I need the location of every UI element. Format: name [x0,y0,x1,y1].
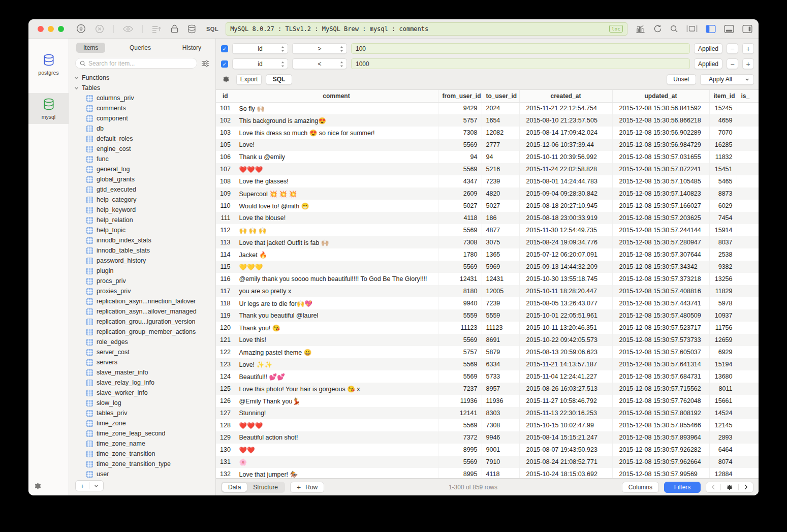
cell-updated-at[interactable]: 2015-12-08 15:30:57.166027 [612,200,709,212]
cell-comment[interactable]: Beautiful action shot! [235,431,438,444]
tree-group-tables[interactable]: Tables [74,83,215,93]
cell-item-id[interactable]: 11756 [709,322,737,334]
cell-id[interactable]: 119 [216,309,235,322]
table-row[interactable]: 130 ❤️❤️ 8995 9001 2015-08-07 19:43:50.9… [216,444,759,456]
cell-is[interactable] [737,285,759,297]
cell-from-user-id[interactable]: 11123 [438,322,482,334]
sidebar-table-item[interactable]: help_relation [74,215,215,225]
cell-created-at[interactable]: 2015-09-04 09:28:30.842 [519,187,612,200]
cell-id[interactable]: 109 [216,187,235,200]
cell-id[interactable]: 115 [216,261,235,273]
cell-created-at[interactable]: 2015-08-10 21:23:57.505 [519,114,612,127]
sidebar-table-item[interactable]: innodb_index_stats [74,235,215,245]
cell-item-id[interactable]: 8037 [709,236,737,248]
sidebar-table-item[interactable]: role_edges [74,337,215,347]
cell-comment[interactable]: Love that jumper! 🏇 [235,468,438,478]
cell-created-at[interactable]: 2015-11-24 22:02:58.828 [519,163,612,175]
cell-updated-at[interactable]: 2015-12-08 15:30:57.373218 [612,273,709,285]
sidebar-table-item[interactable]: proxies_priv [74,286,215,296]
cell-from-user-id[interactable]: 5757 [438,346,482,358]
commit-log-icon[interactable] [152,25,162,33]
cell-to-user-id[interactable]: 6334 [482,358,519,370]
cell-item-id[interactable]: 2538 [709,248,737,261]
sidebar-table-item[interactable]: tables_priv [74,408,215,418]
column-header-comment[interactable]: comment [235,90,438,102]
add-filter-button[interactable]: + [742,58,754,69]
cell-is[interactable] [737,236,759,248]
cell-id[interactable]: 126 [216,395,235,407]
sidebar-table-item[interactable]: engine_cost [74,144,215,154]
column-header-to-user-id[interactable]: to_user_id [482,90,519,102]
cell-item-id[interactable]: 7454 [709,212,737,224]
cell-item-id[interactable]: 15194 [709,358,737,370]
cell-created-at[interactable]: 2015-11-21 14:13:57.187 [519,358,612,370]
table-row[interactable]: 121 Love this! 5569 8691 2015-10-22 09:4… [216,334,759,346]
table-row[interactable]: 122 Amazing pastel theme 😀 5757 5879 201… [216,346,759,358]
cell-item-id[interactable]: 8873 [709,187,737,200]
cell-to-user-id[interactable]: 94 [482,151,519,163]
cell-id[interactable]: 117 [216,285,235,297]
tab-structure[interactable]: Structure [247,483,284,492]
database-icon[interactable] [187,24,196,34]
cell-comment[interactable]: 🙌 🙌 🙌 [235,224,438,236]
cell-item-id[interactable]: 8074 [709,456,737,468]
cell-to-user-id[interactable]: 8691 [482,334,519,346]
cell-to-user-id[interactable]: 1654 [482,114,519,127]
search-input[interactable]: Search for item... [75,58,197,69]
zoom-window-button[interactable] [58,26,64,32]
cell-to-user-id[interactable]: 12431 [482,273,519,285]
cell-comment[interactable]: Love this! [235,334,438,346]
sidebar-table-item[interactable]: slave_relay_log_info [74,378,215,388]
cell-created-at[interactable]: 2015-10-30 13:55:18.745 [519,273,612,285]
sidebar-table-item[interactable]: slave_master_info [74,367,215,378]
cell-item-id[interactable]: 13256 [709,273,737,285]
cell-from-user-id[interactable]: 9429 [438,102,482,114]
column-header-from-user-id[interactable]: from_user_id [438,90,482,102]
table-row[interactable]: 128 ❤️❤️❤️ 5569 7308 2015-10-15 10:02:47… [216,419,759,431]
cell-from-user-id[interactable]: 5569 [438,224,482,236]
cell-item-id[interactable]: 6464 [709,444,737,456]
cell-is[interactable] [737,114,759,127]
cell-id[interactable]: 124 [216,370,235,383]
sql-editor-button[interactable]: SQL [206,26,218,32]
table-row[interactable]: 111 Love the blouse! 4118 186 2015-08-18… [216,212,759,224]
cell-id[interactable]: 121 [216,334,235,346]
cell-created-at[interactable]: 2015-08-24 19:09:34.776 [519,236,612,248]
table-row[interactable]: 106 Thank u @emily 94 94 2015-10-11 20:3… [216,151,759,163]
cell-is[interactable] [737,163,759,175]
cell-item-id[interactable]: 15245 [709,102,737,114]
cell-is[interactable] [737,127,759,139]
column-header-id[interactable]: id [216,90,235,102]
cell-from-user-id[interactable]: 7308 [438,127,482,139]
cell-is[interactable] [737,261,759,273]
cell-created-at[interactable]: 2015-08-13 20:59:06.623 [519,346,612,358]
sidebar-table-item[interactable]: time_zone_transition_type [74,459,215,469]
sidebar-table-item[interactable]: component [74,113,215,123]
cell-to-user-id[interactable]: 5969 [482,261,519,273]
cell-item-id[interactable]: 8011 [709,383,737,395]
cell-updated-at[interactable]: 2015-12-08 15:30:57.408816 [612,285,709,297]
cell-comment[interactable]: you are so pretty x [235,285,438,297]
cell-comment[interactable]: ❤️❤️❤️ [235,419,438,431]
cell-updated-at[interactable]: 2015-12-08 15:30:57.523717 [612,322,709,334]
cell-created-at[interactable]: 2015-10-11 18:28:20.447 [519,285,612,297]
cell-updated-at[interactable]: 2015-12-08 15:30:57.684731 [612,370,709,383]
filter-value-input[interactable]: 1000 [351,58,690,69]
table-row[interactable]: 114 Jacket 🔥 1780 1365 2015-07-12 06:20:… [216,248,759,261]
cell-is[interactable] [737,248,759,261]
cell-id[interactable]: 111 [216,212,235,224]
connect-plug-icon[interactable] [76,24,86,34]
cell-created-at[interactable]: 2015-11-30 12:54:49.735 [519,224,612,236]
cell-is[interactable] [737,419,759,431]
minimize-window-button[interactable] [48,26,54,32]
sidebar-table-item[interactable]: db [74,123,215,134]
cell-from-user-id[interactable]: 1780 [438,248,482,261]
cell-updated-at[interactable]: 2015-12-08 15:30:57.244144 [612,224,709,236]
cell-is[interactable] [737,200,759,212]
table-row[interactable]: 124 Beautiful!! 💕💕 5569 5733 2015-11-04 … [216,370,759,383]
cell-is[interactable] [737,334,759,346]
table-row[interactable]: 127 Stunning! 12141 8303 2015-11-13 22:3… [216,407,759,419]
cell-is[interactable] [737,395,759,407]
sidebar-table-item[interactable]: time_zone_leap_second [74,428,215,439]
cell-from-user-id[interactable]: 5569 [438,163,482,175]
